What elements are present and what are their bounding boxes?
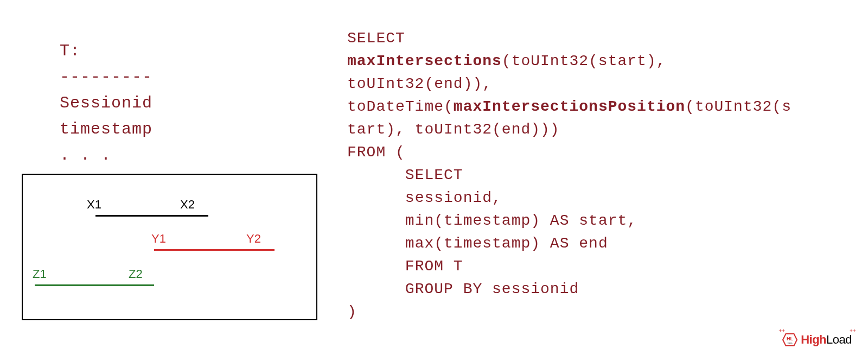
z1-label: Z1 bbox=[33, 267, 47, 281]
sql-line9: min(timestamp) AS start, bbox=[347, 212, 637, 229]
logo-hexagon-icon: HL 2019 bbox=[782, 333, 798, 347]
sql-line1: SELECT bbox=[347, 30, 405, 47]
logo-abbr: HL bbox=[787, 336, 793, 341]
sql-line6: FROM ( bbox=[347, 144, 405, 161]
sql-line10: max(timestamp) AS end bbox=[347, 235, 608, 252]
schema-text: T: --------- Sessionid timestamp . . . bbox=[22, 38, 326, 168]
sql-line5: tart), toUInt32(end))) bbox=[347, 121, 560, 138]
y1-label: Y1 bbox=[151, 232, 166, 246]
sql-line7: SELECT bbox=[347, 167, 463, 183]
logo-text: HighLoad bbox=[801, 333, 852, 347]
sql-line2-rest: (toUInt32(start), bbox=[502, 53, 666, 69]
sql-line11: FROM T bbox=[347, 258, 463, 275]
y2-label: Y2 bbox=[246, 232, 261, 246]
sql-line3: toUInt32(end)), bbox=[347, 75, 492, 92]
schema-title: T: bbox=[60, 38, 326, 64]
sql-line12: GROUP BY sessionid bbox=[347, 281, 579, 297]
sql-line4-bold: maxIntersectionsPosition bbox=[454, 98, 685, 115]
logo-year: 2019 bbox=[788, 342, 793, 345]
sql-code: SELECT maxIntersections(toUInt32(start),… bbox=[347, 27, 846, 324]
sql-line13: ) bbox=[347, 303, 357, 320]
schema-col1: Sessionid bbox=[60, 90, 326, 116]
plus-icon: ++ bbox=[850, 328, 856, 334]
schema-col3: . . . bbox=[60, 142, 326, 168]
interval-diagram: X1 X2 Y1 Y2 Z1 Z2 bbox=[22, 174, 317, 320]
right-column: SELECT maxIntersections(toUInt32(start),… bbox=[347, 27, 846, 324]
sql-line4-end: (toUInt32(s bbox=[685, 98, 792, 115]
highload-logo: ++ HL 2019 HighLoad ++ bbox=[782, 333, 852, 347]
schema-col2: timestamp bbox=[60, 116, 326, 142]
z-line bbox=[35, 284, 154, 286]
schema-divider: --------- bbox=[60, 64, 326, 90]
logo-load: Load bbox=[826, 333, 852, 346]
sql-line4-start: toDateTime( bbox=[347, 98, 454, 115]
left-column: T: --------- Sessionid timestamp . . . bbox=[22, 38, 326, 168]
x1-label: X1 bbox=[87, 198, 101, 212]
logo-high: High bbox=[801, 333, 826, 346]
sql-line8: sessionid, bbox=[347, 189, 502, 206]
x2-label: X2 bbox=[180, 198, 195, 212]
x-line bbox=[95, 215, 208, 217]
y-line bbox=[154, 249, 275, 251]
z2-label: Z2 bbox=[129, 267, 143, 281]
sql-line2-bold: maxIntersections bbox=[347, 53, 502, 69]
